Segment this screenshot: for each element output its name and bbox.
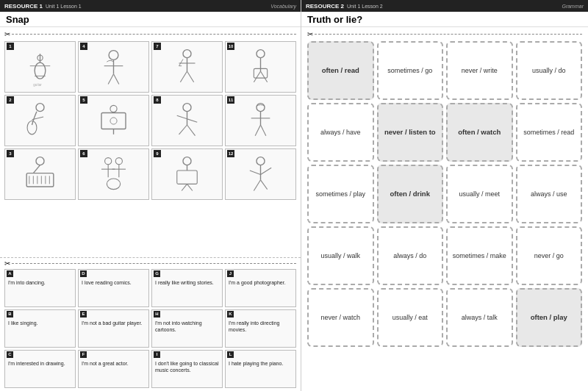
image-cell-3: 3: [4, 148, 76, 200]
truth-cell-text: often / watch: [458, 127, 501, 137]
truth-cell-0: often / read: [307, 41, 374, 100]
svg-line-64: [261, 179, 268, 189]
left-section-title: Snap: [0, 12, 301, 27]
text-cell-b: BI like singing.: [4, 309, 76, 348]
cell-number: 11: [227, 96, 234, 104]
svg-line-36: [255, 125, 260, 136]
truth-grid-area: ✂ often / readsometimes / gonever / writ…: [301, 27, 588, 391]
truth-cell-text: sometimes / play: [315, 190, 365, 199]
svg-line-37: [261, 125, 266, 136]
truth-cell-19: often / play: [516, 288, 583, 347]
svg-line-15: [187, 71, 194, 82]
dashed-line-top: [12, 34, 296, 35]
right-section-title: Truth or lie?: [301, 12, 588, 27]
image-cell-10: 10: [225, 41, 296, 93]
scissors-row-top: ✂: [4, 30, 296, 38]
truth-cell-2: never / write: [446, 41, 513, 100]
left-resource-type: Vocabulary: [270, 4, 296, 9]
svg-point-59: [257, 157, 265, 165]
truth-cell-text: never / write: [462, 66, 498, 76]
dashed-line-text: [12, 263, 296, 264]
text-cell-a: AI'm into dancing.: [4, 269, 76, 307]
text-cell-k: KI'm really into directing movies.: [225, 309, 296, 348]
cell-label: A: [7, 270, 13, 277]
truth-cell-text: never / listen to: [384, 127, 436, 137]
cell-number: 7: [154, 43, 161, 50]
truth-cell-15: never / go: [516, 226, 583, 285]
svg-point-11: [183, 49, 191, 57]
truth-title: Truth or lie?: [307, 14, 362, 25]
truth-cell-1: sometimes / go: [377, 41, 444, 100]
cell-label: H: [154, 311, 160, 318]
truth-cell-text: always / have: [320, 128, 361, 137]
svg-line-61: [250, 171, 261, 175]
right-unit-info: Unit 1 Lesson 2: [347, 4, 383, 9]
svg-point-28: [183, 103, 191, 111]
snap-grid-area: ✂ 1guitar47102581136912: [0, 27, 301, 256]
image-cell-6: 6: [78, 148, 149, 200]
svg-point-27: [110, 105, 117, 112]
truth-cell-11: always / use: [516, 165, 583, 223]
cell-text: I'm not a great actor.: [82, 360, 146, 367]
snap-title: Snap: [6, 14, 29, 25]
scissors-icon-truth: ✂: [307, 30, 313, 38]
cell-label: C: [7, 351, 13, 358]
svg-line-58: [187, 184, 193, 190]
cell-text: I'm really into directing movies.: [229, 320, 293, 333]
cell-text: I really like writing stories.: [155, 279, 219, 286]
image-grid: 1guitar47102581136912: [4, 41, 296, 200]
truth-cell-14: sometimes / make: [446, 226, 513, 285]
truth-cell-text: sometimes / make: [453, 251, 506, 261]
cell-label: D: [80, 270, 87, 277]
image-cell-8: 8: [151, 95, 223, 146]
truth-cell-text: always / do: [393, 251, 426, 261]
truth-cell-text: often / play: [531, 312, 567, 322]
truth-cell-text: usually / eat: [392, 313, 428, 323]
truth-cell-text: often / drink: [390, 189, 430, 198]
svg-line-14: [180, 71, 187, 82]
truth-cell-13: always / do: [377, 226, 444, 285]
image-cell-12: 12: [225, 148, 296, 200]
right-header: RESOURCE 2 Unit 1 Lesson 2 Grammar: [301, 0, 588, 12]
right-resource-title: RESOURCE 2: [306, 3, 344, 10]
cell-text: I'm interested in drawing.: [8, 360, 72, 367]
cell-label: B: [7, 311, 13, 318]
svg-line-31: [179, 125, 187, 134]
cell-text: I hate playing the piano.: [229, 360, 293, 367]
truth-cell-18: always / talk: [446, 288, 513, 347]
truth-cell-6: often / watch: [446, 103, 513, 162]
truth-grid: often / readsometimes / gonever / writeu…: [307, 41, 582, 347]
svg-rect-24: [101, 112, 126, 129]
scissors-icon-top: ✂: [4, 30, 10, 38]
image-cell-2: 2: [4, 95, 76, 146]
cell-text: I'm not a bad guitar player.: [82, 320, 146, 326]
image-cell-7: 7: [151, 41, 223, 93]
left-unit-info: Unit 1 Lesson 1: [46, 4, 82, 9]
image-cell-5: 5: [78, 95, 149, 146]
cell-label: J: [227, 270, 234, 277]
image-cell-11: 11: [225, 95, 296, 146]
truth-cell-text: always / use: [531, 190, 567, 199]
svg-point-21: [36, 103, 44, 111]
svg-point-38: [36, 157, 44, 165]
left-page: RESOURCE 1 Unit 1 Lesson 1 Vocabulary Sn…: [0, 0, 301, 391]
cell-number: 8: [154, 96, 161, 104]
svg-point-25: [110, 117, 117, 123]
truth-cell-text: always / talk: [462, 313, 498, 323]
truth-cell-4: always / have: [307, 103, 374, 162]
svg-line-19: [254, 71, 260, 82]
svg-rect-55: [177, 171, 198, 184]
right-resource-type: Grammar: [562, 4, 584, 9]
svg-line-40: [33, 165, 40, 173]
truth-cell-text: usually / do: [532, 66, 566, 76]
svg-text:guitar: guitar: [33, 83, 42, 87]
truth-cell-17: usually / eat: [377, 288, 444, 347]
truth-cell-text: usually / walk: [320, 251, 360, 261]
text-grid: AI'm into dancing.DI love reading comics…: [4, 269, 296, 388]
right-page: RESOURCE 2 Unit 1 Lesson 2 Grammar Truth…: [301, 0, 588, 391]
cell-number: 2: [7, 96, 14, 104]
truth-cell-text: never / go: [534, 251, 564, 261]
truth-cell-10: usually / meet: [446, 165, 513, 223]
image-cell-4: 4: [78, 41, 149, 93]
svg-point-54: [183, 157, 191, 165]
